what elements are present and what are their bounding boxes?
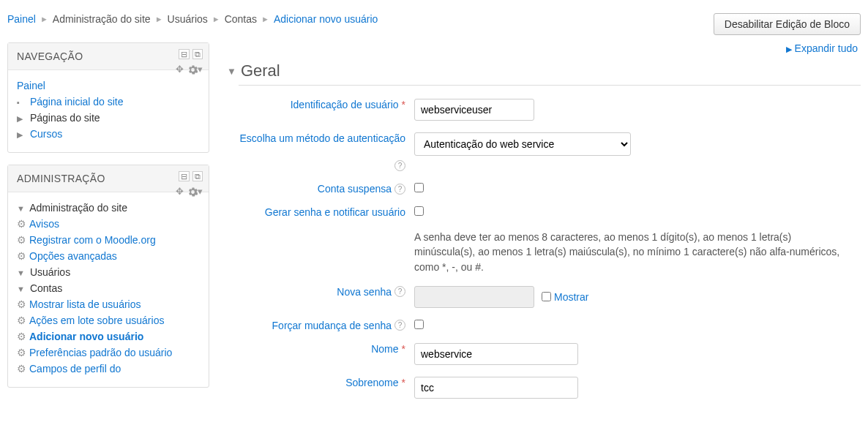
move-icon[interactable]: ✥	[176, 186, 184, 197]
lastname-label: Sobrenome	[345, 377, 398, 388]
caret-right-icon: ▶	[786, 45, 792, 53]
breadcrumb-add-user[interactable]: Adicionar novo usuário	[274, 13, 378, 25]
gear-icon: ⚙	[17, 250, 26, 262]
generate-password-checkbox[interactable]	[414, 206, 424, 216]
username-input[interactable]	[414, 99, 534, 121]
new-password-label: Nova senha	[337, 286, 392, 298]
admin-add-user[interactable]: Adicionar novo usuário	[29, 331, 143, 342]
breadcrumb-admin: Administração do site	[53, 13, 151, 25]
required-icon: *	[402, 377, 405, 388]
generate-password-label: Gerar senha e notificar usuário	[265, 206, 405, 218]
section-general-title: Geral	[241, 61, 280, 80]
gear-icon: ⚙	[17, 298, 26, 310]
force-password-checkbox[interactable]	[414, 320, 424, 329]
auth-method-select[interactable]: Autenticação do web service	[414, 132, 631, 156]
caret-right-icon[interactable]: ▶	[17, 130, 27, 140]
gear-icon: ⚙	[17, 347, 26, 358]
nav-courses[interactable]: Cursos	[30, 128, 62, 140]
admin-list-users[interactable]: Mostrar lista de usuários	[29, 298, 141, 310]
gear-icon: ⚙	[17, 363, 26, 375]
firstname-input[interactable]	[414, 343, 578, 365]
caret-down-icon[interactable]: ▼	[17, 285, 27, 293]
admin-user-prefs[interactable]: Preferências padrão do usuário	[29, 347, 172, 358]
chevron-right-icon: ►	[212, 15, 220, 23]
bullet-icon: ▪	[17, 98, 27, 107]
collapse-icon[interactable]: ⊟	[179, 49, 190, 59]
caret-right-icon[interactable]: ▶	[17, 114, 27, 124]
admin-block: ADMINISTRAÇÃO ⊟ ⧉ ✥ ▾ ▼ Administração do…	[7, 165, 209, 388]
chevron-right-icon: ►	[261, 15, 269, 23]
collapse-icon[interactable]: ⊟	[179, 171, 190, 181]
caret-down-icon: ▼	[227, 66, 236, 77]
gear-icon: ⚙	[17, 234, 26, 246]
disable-block-edit-button[interactable]: Desabilitar Edição de Bloco	[714, 13, 861, 35]
chevron-right-icon: ►	[155, 15, 163, 23]
help-icon[interactable]: ?	[394, 184, 405, 195]
admin-block-title: ADMINISTRAÇÃO	[17, 173, 200, 184]
caret-down-icon[interactable]: ▼	[17, 268, 27, 277]
help-icon[interactable]: ?	[394, 286, 405, 297]
admin-accounts[interactable]: Contas	[30, 282, 62, 294]
lastname-input[interactable]	[414, 377, 578, 399]
breadcrumb-accounts: Contas	[225, 13, 257, 25]
password-policy-text: A senha deve ter ao menos 8 caracteres, …	[414, 230, 846, 274]
admin-users[interactable]: Usuários	[30, 266, 70, 278]
admin-avisos[interactable]: Avisos	[29, 218, 59, 230]
nav-painel[interactable]: Painel	[17, 80, 45, 91]
expand-all-link[interactable]: ▶Expandir tudo	[227, 42, 861, 57]
username-label: Identificação de usuário	[291, 99, 399, 110]
auth-method-label: Escolha um método de autenticação	[240, 132, 405, 144]
dock-icon[interactable]: ⧉	[192, 171, 203, 181]
suspended-label: Conta suspensa	[318, 183, 392, 195]
new-password-input[interactable]	[414, 286, 534, 308]
show-password-toggle[interactable]: Mostrar	[542, 291, 588, 303]
nav-site-pages[interactable]: Páginas do site	[30, 112, 100, 124]
admin-bulk-actions[interactable]: Ações em lote sobre usuários	[29, 315, 164, 326]
dock-icon[interactable]: ⧉	[192, 49, 203, 59]
admin-root[interactable]: Administração do site	[29, 202, 127, 214]
gear-icon[interactable]: ▾	[188, 64, 203, 75]
breadcrumb-users: Usuários	[168, 13, 208, 25]
section-divider	[239, 85, 861, 86]
nav-site-home[interactable]: Página inicial do site	[30, 96, 124, 108]
required-icon: *	[402, 343, 405, 355]
suspended-checkbox[interactable]	[414, 183, 424, 192]
gear-icon: ⚙	[17, 315, 26, 326]
gear-icon: ⚙	[17, 331, 26, 342]
help-icon[interactable]: ?	[394, 320, 405, 331]
gear-icon[interactable]: ▾	[188, 186, 203, 197]
firstname-label: Nome	[371, 343, 398, 355]
required-icon: *	[402, 99, 405, 110]
section-general-toggle[interactable]: ▼ Geral	[227, 57, 861, 83]
gear-icon: ⚙	[17, 218, 26, 230]
admin-register[interactable]: Registrar com o Moodle.org	[29, 234, 156, 246]
show-password-checkbox[interactable]	[542, 292, 551, 301]
caret-down-icon[interactable]: ▼	[17, 204, 27, 213]
navigation-block: NAVEGAÇÃO ⊟ ⧉ ✥ ▾ Painel ▪ Página inicia…	[7, 42, 209, 153]
admin-profile-fields[interactable]: Campos de perfil do	[29, 363, 121, 375]
breadcrumb: Painel ► Administração do site ► Usuário…	[7, 13, 378, 25]
nav-block-title: NAVEGAÇÃO	[17, 50, 200, 62]
chevron-right-icon: ►	[40, 15, 48, 23]
admin-advanced[interactable]: Opções avançadas	[29, 250, 117, 262]
move-icon[interactable]: ✥	[176, 64, 184, 75]
force-password-label: Forçar mudança de senha	[272, 320, 392, 331]
help-icon[interactable]: ?	[394, 160, 405, 171]
breadcrumb-painel[interactable]: Painel	[7, 13, 36, 25]
